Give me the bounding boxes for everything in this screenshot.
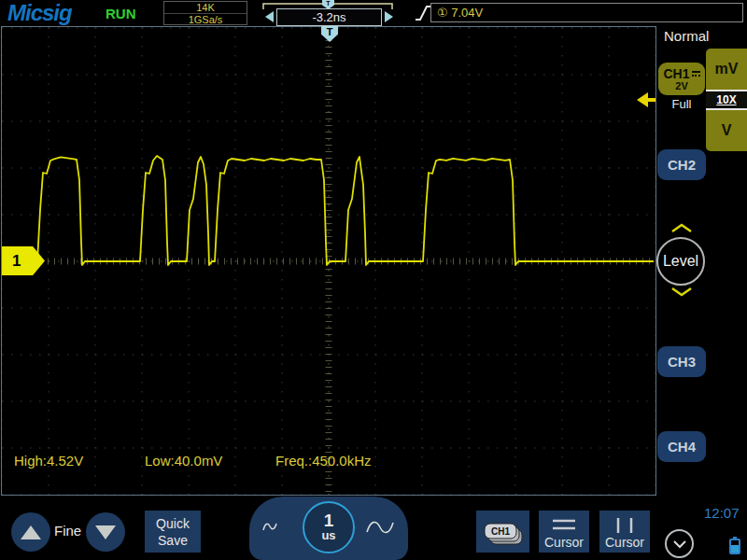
sample-rate: 1GSa/s [164, 14, 247, 25]
ch1-bandwidth-label: Full [656, 97, 707, 111]
ch1-scale: 2V [675, 80, 687, 91]
ch1-label: CH1 [663, 67, 689, 80]
waveform-display-area[interactable]: T 1 High:4.52V Low:40.0mV Freq.:450.0kHz [1, 26, 656, 496]
timebase-unit: us [321, 529, 335, 542]
brand-logo: Micsig [7, 0, 72, 26]
ch2-button[interactable]: CH2 [657, 149, 706, 180]
scale-unit-v[interactable]: V [706, 110, 747, 151]
vertical-scale-strip[interactable]: mV 10X V [706, 49, 747, 151]
probe-attenuation[interactable]: 10X [706, 90, 747, 110]
collapse-menu-button[interactable] [665, 529, 694, 558]
waveform-plot [2, 27, 655, 495]
pan-right-icon[interactable] [385, 11, 393, 22]
run-status[interactable]: RUN [106, 6, 136, 21]
pan-left-icon[interactable] [265, 11, 274, 22]
top-bar: Micsig RUN 14K 1GSa/s T -3.2ns ① 7.04V [0, 0, 747, 26]
down-triangle-icon [95, 525, 116, 539]
oscilloscope-screen: Micsig RUN 14K 1GSa/s T -3.2ns ① 7.04V T… [0, 0, 747, 560]
level-knob[interactable]: Level [656, 237, 705, 286]
channel-select-button[interactable]: CH1 [476, 511, 529, 553]
clock: 12:07 [704, 505, 740, 521]
vertical-cursor-button[interactable]: Cursor [599, 511, 650, 553]
battery-icon [729, 539, 740, 554]
trigger-arrow-tail [647, 98, 655, 102]
acquisition-info-box[interactable]: 14K 1GSa/s [163, 1, 247, 25]
svg-text:CH1: CH1 [491, 526, 510, 537]
bottom-toolbar: Fine Quick Save 1 us CH1 [0, 496, 747, 560]
timebase-knob[interactable]: 1 us [303, 501, 355, 553]
dc-coupling-icon [692, 71, 700, 77]
quick-save-line1: Quick [156, 515, 190, 532]
scale-unit-mv[interactable]: mV [706, 49, 747, 90]
level-down-chevron-icon[interactable] [670, 287, 693, 297]
fine-adjust-label: Fine [54, 523, 81, 539]
adjust-down-button[interactable] [86, 512, 125, 552]
trigger-level-readout[interactable]: ① 7.04V [430, 3, 743, 22]
quick-save-button[interactable]: Quick Save [145, 511, 201, 553]
memory-depth: 14K [164, 2, 247, 14]
ch3-button[interactable]: CH3 [657, 346, 706, 377]
horizontal-cursor-label: Cursor [544, 535, 584, 550]
up-triangle-icon [21, 525, 41, 539]
horizontal-cursor-button[interactable]: Cursor [539, 511, 589, 553]
battery-fill [731, 545, 739, 553]
measurement-high: High:4.52V [14, 453, 83, 469]
channel-stack-icon: CH1 [476, 516, 529, 550]
timebase-cluster[interactable]: 1 us [249, 497, 408, 560]
vertical-cursor-label: Cursor [605, 535, 644, 550]
measurement-low: Low:40.0mV [145, 453, 222, 469]
vertical-cursor-icon [599, 516, 650, 535]
chevron-down-icon [671, 539, 688, 549]
zoom-in-wave-icon[interactable] [365, 517, 395, 538]
quick-save-line2: Save [158, 532, 188, 549]
trigger-position-readout[interactable]: -3.2ns [276, 8, 382, 26]
level-up-chevron-icon[interactable] [670, 223, 693, 233]
right-sidebar: Normal mV 10X V CH1 2V Full CH2 Level CH… [656, 26, 747, 496]
acquire-mode-label: Normal [664, 28, 709, 44]
ch1-button[interactable]: CH1 2V [658, 63, 705, 95]
adjust-up-button[interactable] [11, 512, 50, 552]
horizontal-cursor-icon [539, 516, 589, 535]
timebase-value: 1 [324, 512, 334, 529]
ch4-button[interactable]: CH4 [657, 431, 706, 462]
measurement-freq: Freq.:450.0kHz [275, 453, 372, 469]
zoom-out-wave-icon[interactable] [262, 519, 277, 534]
trigger-level-arrow-icon[interactable] [637, 92, 655, 107]
